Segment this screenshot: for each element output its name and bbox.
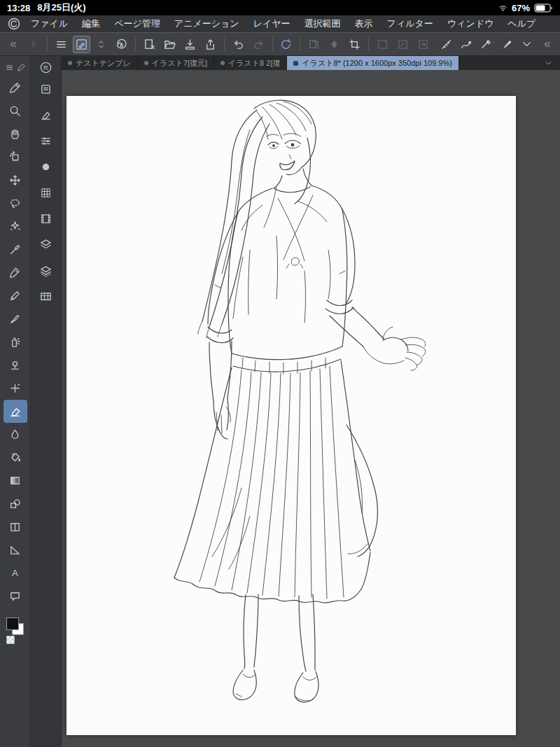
save-icon[interactable]: [181, 36, 199, 53]
new-canvas-icon[interactable]: [141, 36, 158, 53]
tab-illust8-active[interactable]: イラスト8* (1200 x 1600px 350dpi 109.9%): [287, 56, 458, 70]
status-bar: 13:28 8月25日(火) 67%: [0, 0, 560, 15]
tab-label: イラスト8 2[復: [228, 58, 280, 69]
left-sidebar: A R: [0, 56, 62, 747]
tool-fill[interactable]: [4, 446, 27, 469]
menu-selection[interactable]: 選択範囲: [298, 18, 348, 30]
menu-view[interactable]: 表示: [348, 18, 380, 30]
snap-line-icon[interactable]: [477, 36, 495, 53]
panel-timeline[interactable]: [34, 284, 58, 309]
menu-animation[interactable]: アニメーション: [167, 18, 246, 30]
stylus-icon[interactable]: [17, 63, 26, 72]
stepper-chevrons-icon[interactable]: [93, 36, 111, 53]
r-badge-icon[interactable]: R: [39, 61, 52, 74]
canvas-area[interactable]: [62, 70, 560, 747]
duplicate-icon[interactable]: [305, 36, 323, 53]
tool-eraser[interactable]: [4, 400, 27, 423]
fill-diamond-icon[interactable]: [326, 36, 343, 53]
tool-move-layer[interactable]: [4, 169, 27, 192]
panel-brush-size[interactable]: [34, 154, 58, 180]
tool-column: A: [0, 56, 31, 747]
tool-figure[interactable]: [4, 492, 27, 515]
battery-percent: 67%: [512, 3, 530, 13]
tool-zoom[interactable]: [4, 99, 27, 123]
toolbar-collapse-icon[interactable]: [518, 36, 536, 53]
tab-modified-dot: [293, 61, 298, 66]
clock: 13:28: [7, 3, 30, 13]
panel-subtool[interactable]: [34, 102, 58, 128]
tab-test-template[interactable]: テストテンプレ: [62, 56, 138, 70]
tab-label: イラスト7[復元]: [152, 58, 207, 69]
text-tool-glyph: A: [12, 568, 18, 578]
tool-balloon[interactable]: [4, 585, 27, 608]
tab-illust8-2[interactable]: イラスト8 2[復: [214, 56, 287, 70]
panel-quick-access[interactable]: [34, 76, 58, 102]
battery-icon: [534, 4, 553, 13]
canvas-tabbar: テストテンプレ イラスト7[復元] イラスト8 2[復 イラスト8* (1200…: [62, 56, 560, 70]
menu-window[interactable]: ウィンドウ: [440, 18, 501, 30]
panel-color-set[interactable]: [34, 180, 58, 206]
select-rect-icon[interactable]: [374, 36, 391, 53]
tab-modified-dot: [144, 61, 148, 65]
menu-bar: ファイル 編集 ページ管理 アニメーション レイヤー 選択範囲 表示 フィルター…: [0, 15, 560, 32]
tool-brush[interactable]: [4, 307, 27, 330]
panel-layer-property[interactable]: [34, 232, 58, 258]
tab-modified-dot: [220, 61, 225, 65]
menu-edit[interactable]: 編集: [75, 18, 107, 30]
hamburger-menu-icon[interactable]: [52, 36, 70, 53]
menu-page[interactable]: ページ管理: [107, 18, 167, 30]
tool-gradient[interactable]: [4, 469, 27, 492]
menu-file[interactable]: ファイル: [24, 18, 75, 30]
tool-hand[interactable]: [4, 123, 27, 146]
brush-tool-icon[interactable]: [498, 36, 515, 53]
select-wand-icon[interactable]: [394, 36, 412, 53]
svg-text:R: R: [43, 64, 48, 71]
panel-tool-property[interactable]: [34, 128, 58, 154]
panel-collapse-right-icon[interactable]: [538, 36, 556, 53]
crop-icon[interactable]: [346, 36, 363, 53]
tool-eyedropper[interactable]: [4, 238, 27, 261]
command-bar: [0, 32, 560, 56]
export-icon[interactable]: [202, 36, 219, 53]
tool-operation[interactable]: [4, 76, 27, 99]
undo-icon[interactable]: [230, 36, 247, 53]
canvas-page[interactable]: [66, 96, 516, 735]
menu-filter[interactable]: フィルター: [380, 18, 440, 30]
tab-label: イラスト8* (1200 x 1600px 350dpi 109.9%): [302, 58, 451, 69]
tab-list-chevron-icon[interactable]: [537, 56, 560, 70]
tool-rotate[interactable]: [4, 146, 27, 169]
tool-decoration[interactable]: [4, 354, 27, 377]
panel-material[interactable]: [34, 206, 58, 232]
menu-help[interactable]: ヘルプ: [500, 18, 542, 30]
tool-frame[interactable]: [4, 515, 27, 538]
tool-column-menu-icon[interactable]: [5, 63, 14, 72]
tool-ruler[interactable]: [4, 538, 27, 561]
menu-layer[interactable]: レイヤー: [246, 18, 298, 30]
select-launcher-icon[interactable]: [414, 36, 432, 53]
panel-collapse-left-icon[interactable]: [4, 36, 22, 53]
edit-pen-toggle-icon[interactable]: [73, 36, 90, 53]
main-color-swatch[interactable]: [6, 617, 19, 630]
wifi-icon: [498, 4, 507, 13]
sync-progress-icon[interactable]: [278, 36, 295, 53]
open-file-icon[interactable]: [161, 36, 178, 53]
tool-pen[interactable]: [4, 261, 27, 284]
tool-blend[interactable]: [4, 423, 27, 446]
tab-illust7[interactable]: イラスト7[復元]: [138, 56, 214, 70]
snap-curve-icon[interactable]: [458, 36, 475, 53]
tool-text[interactable]: A: [4, 561, 27, 585]
tool-pencil[interactable]: [4, 284, 27, 307]
transparent-color-swatch[interactable]: [6, 636, 15, 644]
redo-icon[interactable]: [250, 36, 267, 53]
panel-layer[interactable]: [34, 258, 58, 284]
tool-airbrush[interactable]: [4, 330, 27, 354]
chevron-right-icon[interactable]: [24, 36, 42, 53]
snap-ruler-icon[interactable]: [438, 36, 455, 53]
color-swatches[interactable]: [5, 617, 26, 650]
spiral-gesture-icon[interactable]: [113, 36, 130, 53]
tool-selection[interactable]: [4, 192, 27, 215]
tool-auto-select[interactable]: [4, 215, 27, 238]
clip-studio-logo-icon[interactable]: [7, 17, 21, 31]
panel-column: R: [31, 56, 62, 747]
tool-correct[interactable]: [4, 377, 27, 400]
